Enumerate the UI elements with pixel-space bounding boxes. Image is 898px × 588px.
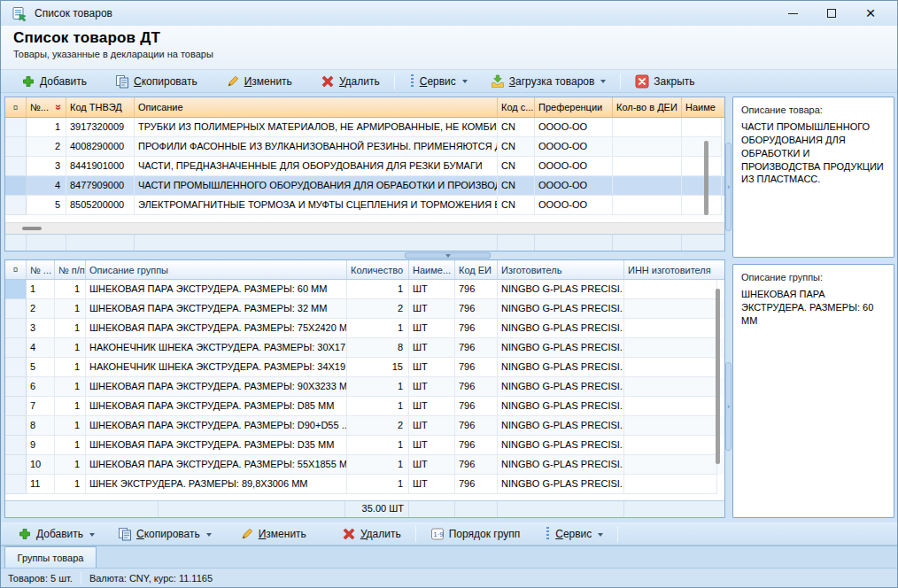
groups-toolbar: Добавить Скопировать Изменить Удалить 1·…: [1, 522, 897, 545]
copy-button[interactable]: Скопировать: [107, 73, 205, 90]
table-row[interactable]: 24008290000ПРОФИЛИ ФАСОННЫЕ ИЗ ВУЛКАНИЗО…: [5, 137, 724, 157]
copy-group-button[interactable]: Скопировать: [110, 525, 220, 543]
cell-npp: 1: [55, 358, 86, 377]
column-header-code[interactable]: Код ТНВЭД: [66, 97, 135, 117]
table-row[interactable]: 38441901000ЧАСТИ, ПРЕДНАЗНАЧЕННЫЕ ДЛЯ ОБ…: [5, 157, 724, 176]
splitter-collapse-button[interactable]: [405, 252, 491, 259]
column-header-npp[interactable]: № п/п: [55, 260, 86, 279]
edit-button[interactable]: Изменить: [218, 73, 300, 90]
service-menu-button[interactable]: Сервис: [401, 73, 476, 90]
column-header-desc[interactable]: Описание: [135, 97, 498, 117]
table-row[interactable]: 31ШНЕКОВАЯ ПАРА ЭКСТРУДЕРА. РАЗМЕРЫ: 75Х…: [5, 319, 724, 338]
cell-dei: [613, 137, 682, 157]
cell-name: ШТ: [409, 299, 455, 319]
column-header-unit[interactable]: Код ЕИ: [455, 260, 498, 279]
cell-desc: ШНЕКОВАЯ ПАРА ЭКСТРУДЕРА. РАЗМЕРЫ: 75Х24…: [86, 319, 347, 338]
table-row[interactable]: 71ШНЕКОВАЯ ПАРА ЭКСТРУДЕРА. РАЗМЕРЫ: D85…: [5, 397, 724, 416]
table-row[interactable]: 21ШНЕКОВАЯ ПАРА ЭКСТРУДЕРА. РАЗМЕРЫ: 32 …: [5, 299, 724, 319]
cell-qty: 1: [347, 397, 409, 416]
table-row[interactable]: 61ШНЕКОВАЯ ПАРА ЭКСТРУДЕРА. РАЗМЕРЫ: 90Х…: [5, 377, 724, 397]
table-row[interactable]: 58505200000ЭЛЕКТРОМАГНИТНЫЕ ТОРМОЗА И МУ…: [5, 196, 724, 215]
column-header-country[interactable]: Код с...: [498, 97, 535, 117]
delete-group-button[interactable]: Удалить: [334, 525, 409, 543]
column-header-pref[interactable]: Преференции: [535, 97, 613, 117]
cell-inn: [624, 338, 717, 358]
indicator-header[interactable]: ¤: [5, 97, 27, 117]
column-header-inn[interactable]: ИНН изготовителя: [624, 260, 724, 279]
table-row[interactable]: 13917320009ТРУБКИ ИЗ ПОЛИМЕРНЫХ МАТЕРИАЛ…: [5, 118, 724, 137]
cell-unit: 796: [455, 299, 498, 319]
cell-name: ШТ: [409, 319, 455, 338]
tab-groups[interactable]: Группы товара: [4, 546, 97, 568]
close-form-button[interactable]: Закрыть: [627, 73, 702, 90]
horizontal-scrollbar[interactable]: [5, 222, 724, 234]
column-header-num[interactable]: № ...: [27, 260, 55, 279]
column-header-dei[interactable]: Кол-во в ДЕИ: [613, 97, 682, 117]
service-menu-button[interactable]: Сервис: [537, 525, 611, 543]
row-indicator: [5, 436, 27, 455]
chevron-down-icon: [206, 533, 212, 539]
table-row[interactable]: 111ШНЕК ЭКСТРУДЕРА. РАЗМЕРЫ: 89,8Х3006 М…: [5, 475, 724, 494]
table-row[interactable]: 41НАКОНЕЧНИК ШНЕКА ЭКСТРУДЕРА. РАЗМЕРЫ: …: [5, 338, 724, 358]
scrollbar-thumb[interactable]: [22, 227, 42, 230]
plus-icon: [18, 527, 32, 541]
add-group-button[interactable]: Добавить: [10, 525, 103, 543]
cell-desc: ШНЕКОВАЯ ПАРА ЭКСТРУДЕРА. РАЗМЕРЫ: 32 ММ: [86, 299, 347, 319]
panel-splitter[interactable]: › ›: [725, 97, 732, 518]
maximize-icon: [827, 9, 836, 18]
cell-npp: 1: [55, 436, 86, 455]
indicator-header[interactable]: ¤: [5, 260, 27, 279]
table-row[interactable]: 101ШНЕКОВАЯ ПАРА ЭКСТРУДЕРА. РАЗМЕРЫ: 55…: [5, 455, 724, 475]
chevron-down-icon: [600, 80, 606, 86]
main-area: ¤ №...» Код ТНВЭД Описание Код с... Преф…: [1, 93, 897, 522]
groups-table: ¤ № ... № п/п Описание группы Количество…: [4, 259, 725, 518]
order-groups-icon: 1·9: [430, 527, 445, 541]
table-row[interactable]: 91ШНЕКОВАЯ ПАРА ЭКСТРУДЕРА. РАЗМЕРЫ: D35…: [5, 436, 724, 455]
item-description-label: Описание товара:: [741, 104, 886, 115]
vertical-scrollbar[interactable]: [716, 289, 720, 464]
window-controls: ×: [773, 1, 890, 26]
column-header-desc[interactable]: Описание группы: [86, 260, 347, 279]
cell-desc: ЧАСТИ ПРОМЫШЛЕННОГО ОБОРУДОВАНИЯ ДЛЯ ОБР…: [135, 176, 498, 196]
chevron-down-icon: [598, 533, 603, 539]
cell-desc: ЭЛЕКТРОМАГНИТНЫЕ ТОРМОЗА И МУФТЫ СЦЕПЛЕН…: [135, 196, 498, 215]
row-indicator: [5, 157, 27, 176]
cell-dei: [613, 118, 682, 137]
goods-table-header: ¤ №...» Код ТНВЭД Описание Код с... Преф…: [5, 97, 724, 118]
column-header-name[interactable]: Наиме: [682, 97, 724, 117]
cell-maker: NINGBO G-PLAS PRECISI...: [498, 397, 624, 416]
maximize-button[interactable]: [812, 1, 851, 26]
collapse-panel-button[interactable]: ›: [725, 143, 732, 231]
collapse-panel-button[interactable]: ›: [725, 362, 732, 451]
cell-name: ШТ: [409, 455, 455, 475]
cell-num: 10: [27, 455, 55, 475]
cell-code: 4008290000: [66, 137, 135, 157]
delete-button[interactable]: Удалить: [313, 73, 388, 90]
grid-splitter[interactable]: [4, 251, 725, 259]
cell-qty: 1: [347, 319, 409, 338]
column-header-maker[interactable]: Изготовитель: [498, 260, 624, 279]
grip-dots-icon: [546, 527, 549, 541]
group-description-text: ШНЕКОВАЯ ПАРА ЭКСТРУДЕРА. РАЗМЕРЫ: 60 ММ: [741, 288, 886, 328]
table-row[interactable]: 51НАКОНЕЧНИК ШНЕКА ЭКСТРУДЕРА. РАЗМЕРЫ: …: [5, 358, 724, 377]
column-header-qty[interactable]: Количество: [347, 260, 409, 279]
column-header-num[interactable]: №...»: [27, 97, 66, 117]
table-row[interactable]: 81ШНЕКОВАЯ ПАРА ЭКСТРУДЕРА. РАЗМЕРЫ: D90…: [5, 416, 724, 436]
vertical-scrollbar[interactable]: [704, 141, 708, 215]
group-order-button[interactable]: 1·9 Порядок групп: [422, 525, 529, 543]
column-header-name[interactable]: Наиме...: [409, 260, 455, 279]
cell-inn: [624, 280, 717, 299]
table-row[interactable]: 48477909000ЧАСТИ ПРОМЫШЛЕННОГО ОБОРУДОВА…: [5, 176, 724, 196]
add-button[interactable]: Добавить: [13, 73, 95, 90]
cell-code: 3917320009: [66, 118, 135, 137]
load-goods-button[interactable]: Загрузка товаров: [483, 73, 615, 90]
cell-maker: NINGBO G-PLAS PRECISI...: [498, 436, 624, 455]
edit-group-button[interactable]: Изменить: [232, 525, 314, 543]
groups-summary-row: 35.00 ШТ: [5, 500, 724, 517]
cell-name: [682, 137, 722, 157]
table-row[interactable]: 11ШНЕКОВАЯ ПАРА ЭКСТРУДЕРА. РАЗМЕРЫ: 60 …: [5, 280, 724, 299]
cell-pref: ОООО-ОО: [535, 176, 613, 196]
minimize-button[interactable]: [773, 1, 812, 26]
close-button[interactable]: ×: [851, 1, 890, 26]
cell-unit: 796: [455, 358, 498, 377]
